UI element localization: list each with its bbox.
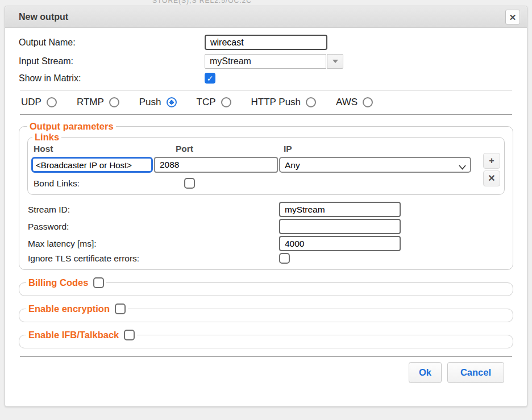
radio-icon[interactable] (363, 97, 373, 107)
link-row: Any (31, 157, 501, 173)
enable-encryption-label: Enable encryption (28, 303, 110, 314)
divider (20, 90, 512, 90)
enable-ifb-talkback-checkbox[interactable]: ✓ (124, 330, 135, 340)
protocol-option-rtmp[interactable]: RTMP (77, 97, 119, 108)
input-stream-input[interactable] (205, 54, 326, 69)
ip-select[interactable]: Any (279, 157, 471, 173)
input-stream-row: Input Stream: (19, 54, 513, 69)
input-stream-dropdown-button[interactable] (327, 54, 343, 69)
ignore-tls-label: Ignore TLS certificate errors: (28, 253, 279, 264)
protocol-label: HTTP Push (251, 97, 301, 108)
max-latency-label: Max latency [ms]: (28, 239, 279, 249)
output-parameters-fieldset: Output parameters Links Host Port IP An (19, 121, 513, 270)
port-column-header: Port (176, 144, 284, 154)
protocol-label: AWS (336, 97, 358, 108)
enable-ifb-talkback-fieldset: Enable IFB/Talkback ✓ (19, 330, 513, 348)
radio-icon[interactable] (306, 97, 316, 107)
dropdown-arrow-icon (332, 60, 338, 63)
protocol-label: Push (139, 97, 161, 108)
max-latency-input[interactable] (279, 236, 401, 251)
protocol-option-tcp[interactable]: TCP (197, 97, 231, 108)
ignore-tls-checkbox[interactable]: ✓ (279, 253, 290, 264)
divider (20, 114, 512, 115)
stream-id-input[interactable] (279, 202, 401, 217)
show-in-matrix-row: Show in Matrix: ✓ (19, 73, 513, 84)
input-stream-combobox (205, 54, 343, 69)
page-background: STORE(S),S REL2.5/OC.2C New output ✕ Out… (0, 0, 532, 420)
max-latency-row: Max latency [ms]: (28, 236, 506, 251)
clipped-background-text: STORE(S),S REL2.5/OC.2C (152, 0, 252, 5)
checkmark-icon: ✓ (207, 74, 214, 82)
protocol-selector: UDP RTMP Push TCP HTTP Push (21, 97, 513, 108)
password-input[interactable] (279, 219, 401, 234)
protocol-option-udp[interactable]: UDP (21, 97, 57, 108)
radio-icon[interactable] (109, 97, 119, 107)
ip-select-wrap: Any (279, 157, 471, 173)
password-row: Password: (28, 219, 506, 234)
stream-id-label: Stream ID: (28, 205, 279, 215)
enable-ifb-talkback-label: Enable IFB/Talkback (28, 330, 119, 340)
dialog-title: New output (19, 12, 68, 22)
ignore-tls-row: Ignore TLS certificate errors: ✓ (28, 253, 506, 264)
radio-selected-icon[interactable] (167, 97, 177, 107)
host-input[interactable] (31, 157, 153, 173)
ok-button[interactable]: Ok (409, 362, 442, 383)
protocol-option-http-push[interactable]: HTTP Push (251, 97, 317, 108)
bond-links-checkbox[interactable]: ✓ (184, 178, 195, 189)
output-name-input[interactable] (205, 35, 327, 50)
protocol-option-push[interactable]: Push (139, 97, 177, 108)
dialog-titlebar: New output ✕ (5, 6, 527, 28)
remove-link-button[interactable]: ✕ (483, 171, 500, 186)
show-in-matrix-checkbox[interactable]: ✓ (205, 73, 215, 84)
link-actions: + ✕ (483, 153, 500, 186)
close-icon[interactable]: ✕ (505, 10, 520, 24)
output-parameters-legend: Output parameters (27, 121, 116, 132)
stream-id-row: Stream ID: (28, 202, 506, 217)
billing-codes-legend: Billing Codes ✓ (26, 277, 106, 288)
radio-icon[interactable] (47, 97, 57, 107)
protocol-label: UDP (21, 97, 41, 108)
enable-ifb-talkback-legend: Enable IFB/Talkback ✓ (26, 330, 137, 340)
bond-links-label: Bond Links: (34, 178, 184, 189)
radio-icon[interactable] (221, 97, 231, 107)
enable-encryption-legend: Enable encryption ✓ (26, 303, 128, 314)
links-legend: Links (32, 132, 61, 143)
protocol-label: RTMP (77, 97, 104, 108)
links-fieldset: Links Host Port IP Any (27, 132, 505, 195)
enable-encryption-fieldset: Enable encryption ✓ (19, 303, 513, 322)
billing-codes-checkbox[interactable]: ✓ (93, 277, 104, 288)
output-name-label: Output Name: (19, 38, 205, 48)
port-input[interactable] (154, 157, 278, 173)
dialog-body: Output Name: Input Stream: Show in Matri… (5, 28, 527, 383)
links-header-row: Host Port IP (34, 144, 501, 154)
billing-codes-fieldset: Billing Codes ✓ (19, 277, 513, 296)
password-label: Password: (28, 222, 279, 232)
protocol-label: TCP (197, 97, 216, 108)
ip-column-header: IP (284, 144, 501, 154)
new-output-dialog: New output ✕ Output Name: Input Stream: … (5, 6, 527, 407)
host-column-header: Host (34, 144, 176, 154)
enable-encryption-checkbox[interactable]: ✓ (115, 303, 126, 314)
input-stream-label: Input Stream: (19, 56, 205, 66)
add-link-button[interactable]: + (483, 153, 500, 169)
bond-links-row: Bond Links: ✓ (34, 178, 501, 189)
protocol-option-aws[interactable]: AWS (336, 97, 373, 108)
dialog-button-row: Ok Cancel (19, 357, 513, 383)
billing-codes-label: Billing Codes (28, 277, 88, 288)
output-name-row: Output Name: (19, 35, 513, 50)
show-in-matrix-label: Show in Matrix: (19, 73, 205, 84)
cancel-button[interactable]: Cancel (447, 362, 504, 383)
